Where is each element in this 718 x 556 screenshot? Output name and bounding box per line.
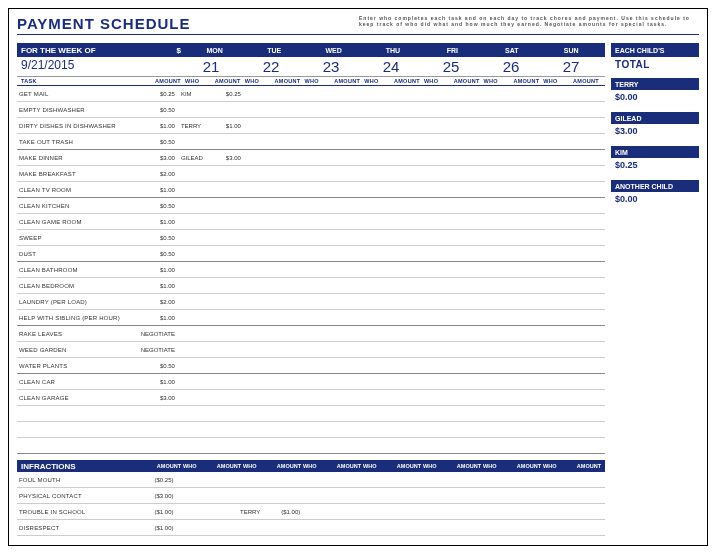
cell-who[interactable] xyxy=(303,358,332,374)
cell-who[interactable] xyxy=(484,438,513,454)
cell-who[interactable] xyxy=(243,198,272,214)
cell-amount[interactable] xyxy=(392,504,423,520)
cell-amount[interactable] xyxy=(513,118,544,134)
cell-who[interactable] xyxy=(243,118,272,134)
cell-amount[interactable] xyxy=(513,520,544,536)
task-amount[interactable]: $1.00 xyxy=(133,182,178,198)
cell-amount[interactable] xyxy=(574,102,605,118)
cell-who[interactable] xyxy=(424,246,453,262)
cell-who[interactable] xyxy=(364,422,393,438)
cell-who[interactable] xyxy=(303,422,332,438)
cell-who[interactable] xyxy=(545,102,574,118)
cell-who[interactable] xyxy=(303,438,332,454)
cell-who[interactable] xyxy=(424,102,453,118)
cell-amount[interactable] xyxy=(574,294,605,310)
cell-who[interactable] xyxy=(545,278,574,294)
task-name[interactable]: WATER PLANTS xyxy=(17,358,133,374)
task-name[interactable]: TAKE OUT TRASH xyxy=(17,134,133,150)
cell-amount[interactable] xyxy=(393,118,424,134)
cell-who[interactable] xyxy=(364,438,393,454)
task-amount[interactable]: NEGOTIATE xyxy=(133,326,178,342)
task-amount[interactable]: $0.50 xyxy=(133,246,178,262)
cell-amount[interactable] xyxy=(453,406,484,422)
cell-who[interactable] xyxy=(364,342,393,358)
cell-amount[interactable] xyxy=(574,472,605,488)
cell-amount[interactable] xyxy=(210,182,243,198)
cell-amount[interactable] xyxy=(574,134,605,150)
cell-who[interactable] xyxy=(238,520,269,536)
cell-amount[interactable] xyxy=(210,406,243,422)
cell-who[interactable] xyxy=(423,504,452,520)
cell-amount[interactable] xyxy=(574,182,605,198)
cell-who[interactable] xyxy=(545,342,574,358)
cell-who[interactable] xyxy=(178,504,207,520)
task-name[interactable]: MAKE BREAKFAST xyxy=(17,166,133,182)
cell-amount[interactable] xyxy=(332,438,363,454)
cell-amount[interactable] xyxy=(574,358,605,374)
cell-who[interactable] xyxy=(545,150,574,166)
cell-who[interactable] xyxy=(303,230,332,246)
cell-who[interactable] xyxy=(243,438,272,454)
cell-amount[interactable] xyxy=(332,150,363,166)
cell-amount[interactable] xyxy=(513,294,544,310)
cell-who[interactable] xyxy=(544,536,573,547)
cell-who[interactable] xyxy=(545,294,574,310)
cell-amount[interactable] xyxy=(272,390,303,406)
cell-amount[interactable] xyxy=(574,488,605,504)
cell-amount[interactable] xyxy=(453,358,484,374)
cell-who[interactable] xyxy=(303,342,332,358)
cell-amount[interactable] xyxy=(272,294,303,310)
cell-amount[interactable] xyxy=(332,294,363,310)
cell-who[interactable] xyxy=(424,166,453,182)
cell-amount[interactable] xyxy=(332,86,363,102)
cell-who[interactable] xyxy=(303,198,332,214)
cell-who[interactable] xyxy=(178,472,207,488)
task-name[interactable]: CLEAN TV ROOM xyxy=(17,182,133,198)
cell-who[interactable] xyxy=(178,520,207,536)
cell-who[interactable] xyxy=(545,198,574,214)
cell-amount[interactable] xyxy=(392,488,423,504)
cell-who[interactable] xyxy=(484,262,513,278)
cell-who[interactable] xyxy=(179,230,210,246)
cell-who[interactable] xyxy=(302,520,331,536)
cell-amount[interactable] xyxy=(272,422,303,438)
cell-who[interactable] xyxy=(364,86,393,102)
cell-amount[interactable] xyxy=(574,520,605,536)
cell-amount[interactable] xyxy=(574,278,605,294)
task-amount[interactable]: $1.00 xyxy=(133,118,178,134)
task-amount[interactable]: $0.50 xyxy=(133,230,178,246)
cell-who[interactable] xyxy=(179,342,210,358)
cell-amount[interactable] xyxy=(210,214,243,230)
cell-amount[interactable] xyxy=(513,246,544,262)
cell-amount[interactable] xyxy=(574,374,605,390)
cell-who[interactable] xyxy=(302,536,331,547)
task-amount[interactable]: $3.00 xyxy=(133,150,178,166)
cell-who[interactable] xyxy=(303,102,332,118)
cell-who[interactable] xyxy=(243,182,272,198)
cell-who[interactable] xyxy=(179,326,210,342)
cell-who[interactable] xyxy=(179,406,210,422)
cell-who[interactable] xyxy=(364,262,393,278)
cell-amount[interactable] xyxy=(272,326,303,342)
cell-amount[interactable] xyxy=(574,342,605,358)
cell-amount[interactable] xyxy=(453,520,484,536)
cell-who[interactable] xyxy=(484,358,513,374)
cell-who[interactable] xyxy=(179,166,210,182)
cell-amount[interactable] xyxy=(210,198,243,214)
cell-amount[interactable] xyxy=(332,214,363,230)
cell-who[interactable] xyxy=(303,246,332,262)
cell-amount[interactable] xyxy=(272,166,303,182)
cell-amount[interactable] xyxy=(210,134,243,150)
cell-who[interactable] xyxy=(243,422,272,438)
cell-who[interactable] xyxy=(484,246,513,262)
cell-who[interactable] xyxy=(424,198,453,214)
cell-amount[interactable] xyxy=(332,198,363,214)
task-name[interactable]: PHYSICAL CONTACT xyxy=(17,488,134,504)
cell-who[interactable] xyxy=(424,422,453,438)
cell-amount[interactable] xyxy=(393,102,424,118)
cell-who[interactable] xyxy=(424,230,453,246)
cell-who[interactable] xyxy=(243,86,272,102)
cell-amount[interactable] xyxy=(513,358,544,374)
cell-amount[interactable] xyxy=(574,86,605,102)
cell-who[interactable] xyxy=(484,294,513,310)
